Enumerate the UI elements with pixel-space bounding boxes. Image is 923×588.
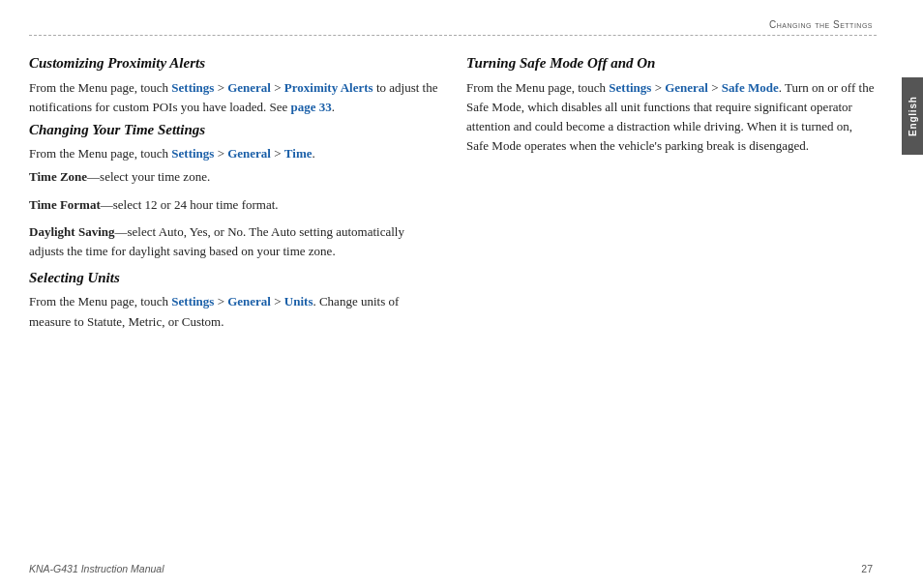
link-general-r1[interactable]: General [665,80,708,95]
page-header: Changing the Settings [769,19,873,30]
section-safe-mode: Turning Safe Mode Off and On From the Me… [466,54,877,156]
content-area: Customizing Proximity Alerts From the Me… [29,43,877,559]
label-timezone: Time Zone [29,169,87,184]
link-settings-1[interactable]: Settings [171,80,214,95]
section-body-proximity: From the Menu page, touch Settings > Gen… [29,78,439,117]
link-page33[interactable]: page 33 [290,100,331,114]
link-proximity-alerts[interactable]: Proximity Alerts [284,80,373,95]
link-settings-3[interactable]: Settings [171,294,214,309]
item-timeformat: Time Format—select 12 or 24 hour time fo… [29,195,439,215]
section-body-safemode: From the Menu page, touch Settings > Gen… [466,78,877,157]
footer-right: 27 [861,563,873,574]
link-safemode[interactable]: Safe Mode [722,80,779,95]
link-general-2[interactable]: General [227,146,271,161]
section-heading-proximity: Customizing Proximity Alerts [29,54,439,74]
section-proximity-alerts: Customizing Proximity Alerts From the Me… [29,54,439,117]
item-timezone: Time Zone—select your time zone. [29,167,439,187]
top-border [29,35,877,36]
page-footer: KNA-G431 Instruction Manual 27 [29,563,873,574]
item-daylightsaving: Daylight Saving—select Auto, Yes, or No.… [29,222,439,261]
header-title: Changing the Settings [769,19,873,30]
side-tab: English [902,77,923,155]
right-column: Turning Safe Mode Off and On From the Me… [466,43,877,559]
section-body-units: From the Menu page, touch Settings > Gen… [29,292,439,331]
section-time-settings: Changing Your Time Settings From the Men… [29,121,439,261]
link-settings-2[interactable]: Settings [171,146,214,161]
footer-left: KNA-G431 Instruction Manual [29,563,164,574]
link-settings-r1[interactable]: Settings [609,80,651,95]
label-timeformat: Time Format [29,197,101,212]
left-column: Customizing Proximity Alerts From the Me… [29,43,439,559]
link-units[interactable]: Units [284,294,313,309]
link-general-1[interactable]: General [227,80,271,95]
link-general-3[interactable]: General [227,294,271,309]
section-heading-units: Selecting Units [29,269,439,288]
side-tab-label: English [908,96,918,136]
page-container: Changing the Settings English Customizin… [0,0,923,588]
section-heading-safemode: Turning Safe Mode Off and On [466,54,877,74]
section-intro-time: From the Menu page, touch Settings > Gen… [29,144,439,163]
section-units: Selecting Units From the Menu page, touc… [29,269,439,332]
link-time[interactable]: Time [284,146,313,161]
section-heading-time: Changing Your Time Settings [29,121,439,140]
label-daylightsaving: Daylight Saving [29,224,115,239]
